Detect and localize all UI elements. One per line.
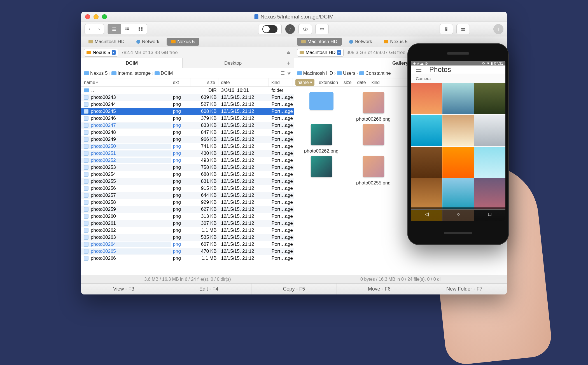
grid-item[interactable] <box>297 156 346 186</box>
file-row[interactable]: photo00264png607 KB12/15/15, 21:12Port…a… <box>81 241 294 248</box>
command-button[interactable]: Edit - F4 <box>166 284 251 294</box>
grid-item[interactable]: .. <box>297 92 346 122</box>
col-name[interactable]: name^ <box>81 78 170 86</box>
col-ext[interactable]: ext <box>170 78 190 86</box>
location-tab[interactable]: Network <box>345 38 377 46</box>
file-row[interactable]: photo00252png493 KB12/15/15, 21:12Port…a… <box>81 157 294 164</box>
file-row[interactable]: photo00258png929 KB12/15/15, 21:12Port…a… <box>81 199 294 206</box>
drive-select-left[interactable]: Nexus 5▾ <box>84 49 118 57</box>
folder-tab[interactable]: Desktop <box>183 58 284 68</box>
new-tab-button[interactable]: + <box>284 58 294 68</box>
file-row[interactable]: photo00247png833 KB12/15/15, 21:12Port…a… <box>81 122 294 129</box>
location-tab[interactable]: Macintosh HD <box>84 38 129 46</box>
file-row[interactable]: photo00244png527 KB12/15/15, 21:12Port…a… <box>81 101 294 108</box>
col-date-r[interactable]: date <box>354 80 368 85</box>
grid-item[interactable] <box>349 124 398 154</box>
photo-thumb[interactable] <box>442 147 473 178</box>
col-size[interactable]: size <box>190 78 218 86</box>
file-size: 608 KB <box>192 109 220 114</box>
nav-forward-button[interactable]: › <box>94 24 104 34</box>
zoom-window-button[interactable] <box>102 14 107 19</box>
col-kind[interactable]: kind <box>269 78 293 86</box>
nav-home-icon[interactable]: ○ <box>457 211 460 217</box>
file-row[interactable]: photo00263png535 KB12/15/15, 21:12Port…a… <box>81 234 294 241</box>
command-button[interactable]: Copy - F5 <box>251 284 337 294</box>
file-row[interactable]: photo00257png644 KB12/15/15, 21:12Port…a… <box>81 192 294 199</box>
nav-back-icon[interactable]: ◁ <box>425 211 429 217</box>
file-row[interactable]: photo00262png1.1 MB12/15/15, 21:12Port…a… <box>81 227 294 234</box>
file-list[interactable]: ..DIR3/3/16, 16:01folderphoto00243png639… <box>81 87 294 275</box>
breadcrumb-segment[interactable]: Constantine <box>365 71 391 76</box>
breadcrumb-segment[interactable]: Users <box>343 71 355 76</box>
photo-thumb[interactable] <box>411 147 442 178</box>
sort-name-button[interactable]: name▾ <box>295 79 314 86</box>
photo-thumb[interactable] <box>442 115 473 146</box>
dark-mode-toggle[interactable] <box>258 24 282 34</box>
view-icons-button[interactable] <box>134 24 147 34</box>
photo-thumb[interactable] <box>411 178 442 209</box>
star-icon[interactable]: ★ <box>287 70 291 76</box>
eject-left-button[interactable]: ⏏ <box>286 50 291 55</box>
command-button[interactable]: View - F3 <box>81 284 166 294</box>
file-row[interactable]: photo00260png313 KB12/15/15, 21:12Port…a… <box>81 213 294 220</box>
view-list-button[interactable] <box>108 24 121 34</box>
archive-button[interactable] <box>440 24 453 34</box>
info-button[interactable]: i <box>285 24 295 34</box>
preview-button[interactable] <box>298 24 312 34</box>
file-row[interactable]: photo00253png758 KB12/15/15, 21:12Port…a… <box>81 164 294 171</box>
location-tab[interactable]: Macintosh HD <box>297 38 342 46</box>
file-row[interactable]: photo00261png307 KB12/15/15, 21:12Port…a… <box>81 220 294 227</box>
grid-item[interactable]: photo00262.png <box>297 124 346 154</box>
minimize-window-button[interactable] <box>94 14 99 19</box>
command-button[interactable]: New Folder - F7 <box>422 284 507 294</box>
folder-tab[interactable]: DCIM <box>81 58 183 68</box>
file-row[interactable]: photo00245png608 KB12/15/15, 21:12Port…a… <box>81 108 294 115</box>
breadcrumb-segment[interactable]: DCIM <box>161 71 173 76</box>
photo-thumb[interactable] <box>474 147 505 178</box>
nav-back-button[interactable]: ‹ <box>85 24 94 34</box>
location-tab[interactable]: Network <box>132 38 164 46</box>
file-row[interactable]: photo00265png470 KB12/15/15, 21:12Port…a… <box>81 248 294 255</box>
col-kind-r[interactable]: kind <box>369 80 382 85</box>
file-row[interactable]: photo00250png741 KB12/15/15, 21:12Port…a… <box>81 143 294 150</box>
download-button[interactable]: ↓ <box>493 24 503 34</box>
file-row[interactable]: photo00255png831 KB12/15/15, 21:12Port…a… <box>81 178 294 185</box>
breadcrumb-segment[interactable]: Macintosh HD <box>303 71 333 76</box>
photo-thumb[interactable] <box>474 83 505 114</box>
file-row[interactable]: photo00259png627 KB12/15/15, 21:12Port…a… <box>81 206 294 213</box>
col-size-r[interactable]: size <box>341 80 354 85</box>
search-button[interactable] <box>315 24 329 34</box>
list-toggle-icon[interactable]: ☰ <box>281 70 285 76</box>
file-row[interactable]: photo00251png430 KB12/15/15, 21:12Port…a… <box>81 150 294 157</box>
file-row[interactable]: photo00266png1.1 MB12/15/15, 21:12Port…a… <box>81 255 294 262</box>
breadcrumb-left[interactable]: Nexus 5 › Internal storage › DCIM☰★ <box>81 68 294 78</box>
photo-thumb[interactable] <box>474 115 505 146</box>
file-row[interactable]: photo00248png847 KB12/15/15, 21:12Port…a… <box>81 129 294 136</box>
col-extension[interactable]: extension <box>316 80 341 85</box>
file-row[interactable]: ..DIR3/3/16, 16:01folder <box>81 87 294 94</box>
photo-thumb[interactable] <box>474 178 505 209</box>
file-row[interactable]: photo00249png966 KB12/15/15, 21:12Port…a… <box>81 136 294 143</box>
nav-recent-icon[interactable]: □ <box>488 211 491 217</box>
grid-item[interactable]: photo00255.png <box>349 156 398 186</box>
connect-button[interactable] <box>456 24 470 34</box>
breadcrumb-segment[interactable]: Internal storage <box>118 71 151 76</box>
close-window-button[interactable] <box>85 14 90 19</box>
file-row[interactable]: photo00256png915 KB12/15/15, 21:12Port…a… <box>81 185 294 192</box>
grid-item[interactable]: photo00266.png <box>349 92 398 122</box>
photo-thumb[interactable] <box>442 83 473 114</box>
breadcrumb-segment[interactable]: Nexus 5 <box>90 71 108 76</box>
file-row[interactable]: photo00246png379 KB12/15/15, 21:12Port…a… <box>81 115 294 122</box>
drive-select-right[interactable]: Macintosh HD▾ <box>297 49 344 57</box>
photo-thumb[interactable] <box>411 115 442 146</box>
file-row[interactable]: photo00254png688 KB12/15/15, 21:12Port…a… <box>81 171 294 178</box>
location-tab[interactable]: Nexus 5 <box>167 38 199 46</box>
phone-photo-grid[interactable] <box>411 83 505 221</box>
hamburger-icon[interactable] <box>416 68 421 72</box>
col-date[interactable]: date <box>218 78 269 86</box>
photo-thumb[interactable] <box>442 178 473 209</box>
photo-thumb[interactable] <box>411 83 442 114</box>
command-button[interactable]: Move - F6 <box>337 284 422 294</box>
file-row[interactable]: photo00243png639 KB12/15/15, 21:12Port…a… <box>81 94 294 101</box>
view-columns-button[interactable] <box>121 24 134 34</box>
